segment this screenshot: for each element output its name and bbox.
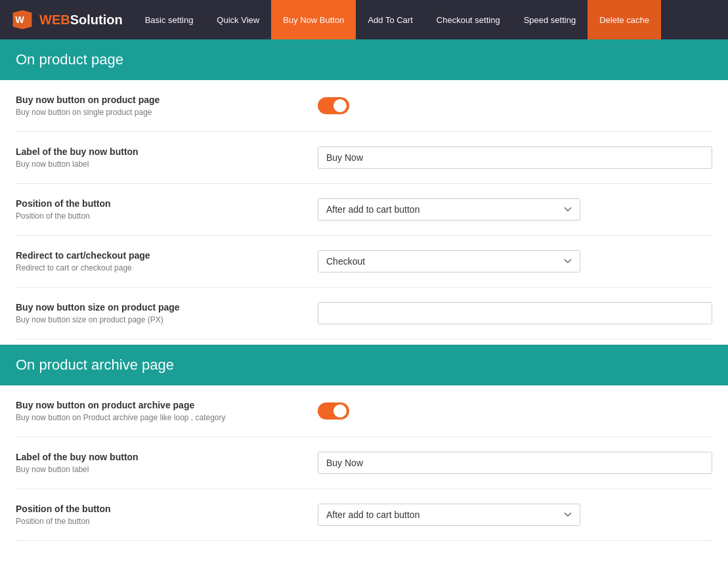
setting-label-product-size: Buy now button size on product page Buy …: [16, 302, 318, 324]
section-product-page-header: On product page: [0, 39, 728, 80]
setting-label-product-toggle: Buy now button on product page Buy now b…: [16, 95, 318, 117]
setting-title-archive-position: Position of the button: [16, 504, 318, 514]
setting-row-redirect: Redirect to cart/checkout page Redirect …: [16, 236, 712, 288]
setting-title-redirect: Redirect to cart/checkout page: [16, 250, 318, 261]
main-nav: Basic setting Quick View Buy Now Button …: [133, 0, 728, 39]
setting-desc-redirect: Redirect to cart or checkout page: [16, 263, 318, 272]
section-archive-page-settings: Buy now button on product archive page B…: [0, 385, 728, 541]
nav-delete-cache[interactable]: Delete cache: [588, 0, 661, 39]
setting-control-archive-label: [318, 452, 712, 474]
main-content: On product page Buy now button on produc…: [0, 39, 728, 585]
setting-desc-archive-position: Position of the button: [16, 517, 318, 526]
input-buy-now-label-archive[interactable]: [318, 452, 712, 474]
section-archive-page-title: On product archive page: [16, 357, 174, 373]
setting-label-archive-toggle: Buy now button on product archive page B…: [16, 400, 318, 422]
setting-label-product-position: Position of the button Position of the b…: [16, 198, 318, 221]
setting-row-product-size: Buy now button size on product page Buy …: [16, 288, 712, 339]
setting-desc-product-position: Position of the button: [16, 211, 318, 221]
nav-checkout-setting[interactable]: Checkout setting: [425, 0, 512, 39]
setting-desc-archive-label: Buy now button label: [16, 465, 318, 474]
select-redirect[interactable]: Checkout Cart: [318, 250, 580, 272]
setting-row-archive-label: Label of the buy now button Buy now butt…: [16, 437, 712, 489]
setting-title-product-toggle: Buy now button on product page: [16, 95, 318, 105]
setting-control-archive-toggle: [318, 402, 712, 420]
toggle-slider-product: [318, 97, 349, 114]
section-archive-page-header: On product archive page: [0, 345, 728, 385]
setting-desc-product-toggle: Buy now button on single product page: [16, 108, 318, 117]
setting-desc-product-size: Buy now button size on product page (PX): [16, 315, 318, 324]
setting-title-product-label: Label of the buy now button: [16, 146, 318, 157]
section-product-page-settings: Buy now button on product page Buy now b…: [0, 80, 728, 339]
logo-web: WEB: [39, 12, 70, 27]
setting-control-product-toggle: [318, 97, 712, 114]
input-buy-now-label-product[interactable]: [318, 146, 712, 169]
select-position-product[interactable]: After add to cart button Before add to c…: [318, 198, 580, 221]
toggle-slider-archive: [318, 402, 349, 420]
input-buy-now-size-product[interactable]: [318, 302, 712, 324]
setting-label-archive-position: Position of the button Position of the b…: [16, 504, 318, 526]
setting-control-product-position: After add to cart button Before add to c…: [318, 198, 712, 221]
logo-solution: Solution: [70, 12, 123, 27]
setting-title-product-position: Position of the button: [16, 198, 318, 209]
nav-speed-setting[interactable]: Speed setting: [512, 0, 588, 39]
nav-basic-setting[interactable]: Basic setting: [133, 0, 205, 39]
header: W WEBSolution Basic setting Quick View B…: [0, 0, 728, 39]
setting-row-product-label: Label of the buy now button Buy now butt…: [16, 132, 712, 184]
nav-add-to-cart[interactable]: Add To Cart: [356, 0, 424, 39]
setting-title-archive-label: Label of the buy now button: [16, 452, 318, 462]
logo: W WEBSolution: [0, 0, 133, 39]
select-position-archive[interactable]: After add to cart button Before add to c…: [318, 504, 580, 526]
logo-text: WEBSolution: [39, 12, 123, 28]
setting-label-archive-label: Label of the buy now button Buy now butt…: [16, 452, 318, 474]
setting-desc-product-label: Buy now button label: [16, 160, 318, 169]
setting-control-product-size: [318, 302, 712, 324]
section-product-page-title: On product page: [16, 51, 123, 68]
logo-icon: W: [11, 8, 34, 32]
nav-quick-view[interactable]: Quick View: [205, 0, 271, 39]
nav-buy-now-button[interactable]: Buy Now Button: [271, 0, 356, 39]
setting-row-archive-position: Position of the button Position of the b…: [16, 489, 712, 541]
setting-label-redirect: Redirect to cart/checkout page Redirect …: [16, 250, 318, 272]
setting-row-product-toggle: Buy now button on product page Buy now b…: [16, 80, 712, 132]
setting-title-product-size: Buy now button size on product page: [16, 302, 318, 313]
setting-title-archive-toggle: Buy now button on product archive page: [16, 400, 318, 410]
toggle-buy-now-product[interactable]: [318, 97, 349, 114]
setting-row-archive-toggle: Buy now button on product archive page B…: [16, 385, 712, 437]
setting-row-product-position: Position of the button Position of the b…: [16, 184, 712, 236]
setting-control-archive-position: After add to cart button Before add to c…: [318, 504, 712, 526]
setting-control-product-label: [318, 146, 712, 169]
toggle-buy-now-archive[interactable]: [318, 402, 349, 420]
svg-text:W: W: [15, 14, 24, 25]
setting-label-product-label: Label of the buy now button Buy now butt…: [16, 146, 318, 169]
setting-desc-archive-toggle: Buy now button on Product archive page l…: [16, 413, 318, 422]
setting-control-redirect: Checkout Cart: [318, 250, 712, 272]
